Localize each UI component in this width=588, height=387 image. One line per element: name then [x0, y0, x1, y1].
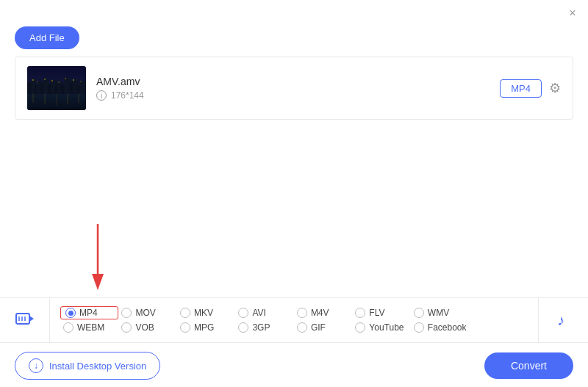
- format-option-avi[interactable]: AVI: [235, 306, 293, 319]
- video-tab-icon: [15, 310, 35, 330]
- svg-point-23: [65, 78, 65, 79]
- format-option-mp4[interactable]: MP4: [60, 306, 118, 319]
- svg-point-24: [73, 79, 74, 81]
- close-button[interactable]: ×: [566, 7, 579, 20]
- svg-rect-33: [16, 314, 29, 324]
- format-label-facebook: Facebook: [428, 322, 467, 333]
- format-bar: MP4 MOV MKV AVI M4V FLV WMV: [0, 297, 588, 343]
- radio-avi: [238, 308, 248, 318]
- file-dimensions: 176*144: [111, 90, 144, 101]
- content-area: [0, 120, 588, 296]
- install-label: Install Desktop Version: [49, 361, 146, 372]
- format-option-flv[interactable]: FLV: [352, 306, 410, 319]
- svg-point-20: [44, 79, 45, 79]
- format-label-wmv: WMV: [428, 308, 449, 318]
- file-item: AMV.amv i 176*144 MP4 ⚙: [15, 57, 573, 119]
- radio-wmv: [414, 308, 424, 318]
- install-button[interactable]: ↓ Install Desktop Version: [15, 352, 160, 380]
- audio-tab[interactable]: ♪: [538, 298, 588, 342]
- format-label-gif: GIF: [311, 322, 326, 333]
- format-label-youtube: YouTube: [369, 322, 404, 333]
- svg-point-22: [58, 82, 59, 82]
- svg-marker-34: [29, 316, 34, 322]
- bottom-bar: ↓ Install Desktop Version Convert: [0, 344, 588, 387]
- radio-youtube: [355, 322, 365, 333]
- format-options: MP4 MOV MKV AVI M4V FLV WMV: [50, 302, 538, 339]
- file-info: AMV.amv i 176*144: [96, 76, 500, 101]
- format-option-wmv[interactable]: WMV: [411, 306, 470, 319]
- format-option-mov[interactable]: MOV: [118, 306, 176, 319]
- svg-text:♪: ♪: [557, 312, 564, 328]
- radio-mpg: [180, 322, 190, 333]
- add-file-button[interactable]: Add File: [15, 26, 79, 49]
- format-option-mpg[interactable]: MPG: [177, 321, 235, 334]
- download-icon: ↓: [29, 358, 43, 373]
- info-icon[interactable]: i: [96, 90, 107, 101]
- file-actions: MP4 ⚙: [500, 79, 561, 98]
- format-option-m4v[interactable]: M4V: [294, 306, 352, 319]
- radio-3gp: [238, 322, 248, 333]
- file-name: AMV.amv: [96, 76, 500, 87]
- radio-mp4: [65, 308, 76, 318]
- svg-point-21: [51, 80, 53, 82]
- radio-flv: [355, 308, 365, 318]
- audio-tab-icon: ♪: [554, 311, 573, 330]
- format-label-webm: WEBM: [77, 322, 104, 333]
- toolbar: Add File: [0, 26, 588, 57]
- format-option-webm[interactable]: WEBM: [60, 321, 118, 334]
- file-thumbnail: [27, 66, 86, 110]
- format-label-vob: VOB: [135, 322, 154, 333]
- format-option-vob[interactable]: VOB: [118, 321, 176, 334]
- video-tab[interactable]: [0, 298, 50, 342]
- svg-point-18: [32, 79, 34, 81]
- format-label-mp4: MP4: [79, 308, 98, 318]
- radio-mov: [121, 308, 132, 318]
- radio-m4v: [297, 308, 307, 318]
- radio-vob: [121, 322, 132, 333]
- radio-facebook: [414, 322, 424, 333]
- thumbnail-image: [27, 66, 86, 110]
- radio-gif: [297, 322, 307, 333]
- svg-point-25: [80, 81, 81, 82]
- format-label-mpg: MPG: [194, 322, 214, 333]
- title-bar: ×: [0, 0, 588, 26]
- radio-mkv: [180, 308, 190, 318]
- svg-rect-17: [79, 81, 86, 94]
- format-label-flv: FLV: [369, 308, 384, 318]
- format-label-mkv: MKV: [194, 308, 213, 318]
- format-option-youtube[interactable]: YouTube: [352, 321, 410, 334]
- format-label-mov: MOV: [135, 308, 155, 318]
- format-label-3gp: 3GP: [252, 322, 270, 333]
- settings-icon[interactable]: ⚙: [549, 80, 561, 96]
- format-option-3gp[interactable]: 3GP: [235, 321, 293, 334]
- format-option-mkv[interactable]: MKV: [177, 306, 235, 319]
- radio-webm: [63, 322, 74, 333]
- radio-mp4-inner: [68, 311, 74, 316]
- svg-point-19: [37, 81, 37, 82]
- format-badge[interactable]: MP4: [500, 79, 542, 98]
- format-label-m4v: M4V: [311, 308, 329, 318]
- thumbnail-svg: [27, 66, 86, 110]
- format-option-gif[interactable]: GIF: [294, 321, 352, 334]
- format-option-facebook[interactable]: Facebook: [411, 321, 470, 334]
- convert-button[interactable]: Convert: [484, 352, 573, 379]
- format-label-avi: AVI: [252, 308, 265, 318]
- file-meta: i 176*144: [96, 90, 500, 101]
- file-list: AMV.amv i 176*144 MP4 ⚙: [15, 57, 573, 120]
